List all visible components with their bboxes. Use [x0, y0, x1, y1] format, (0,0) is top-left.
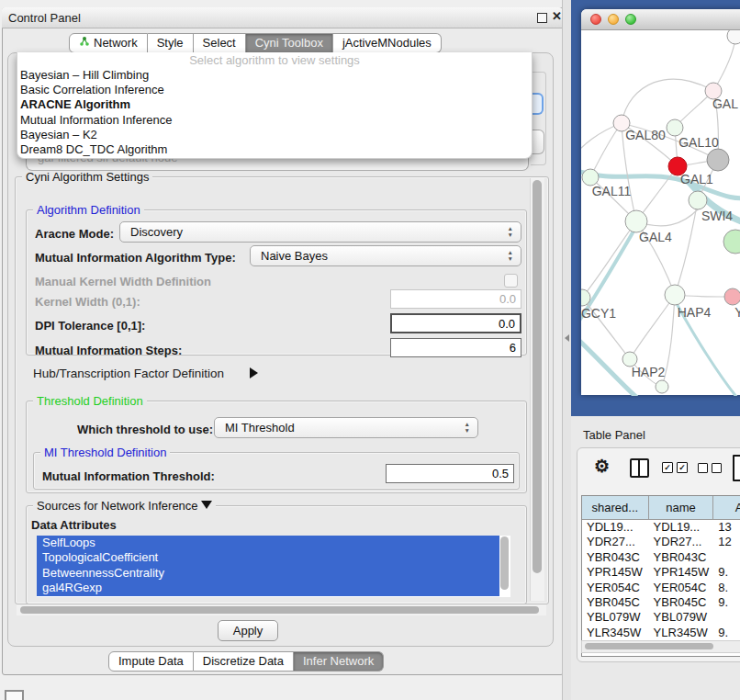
settings-horizontal-scrollbar[interactable]	[17, 604, 546, 615]
zoom-window-icon[interactable]	[625, 14, 636, 25]
tab-jactivemnodules[interactable]: jActiveMNodules	[333, 33, 442, 53]
node-label-gal10: GAL10	[678, 135, 719, 150]
tab-impute-data[interactable]: Impute Data	[108, 651, 194, 672]
apply-button[interactable]: Apply	[218, 620, 278, 641]
combo-fragment	[531, 130, 544, 154]
tab-network[interactable]: Network	[69, 33, 148, 53]
gear-icon[interactable]: ⚙	[594, 456, 610, 477]
algorithm-option-bayesian-hill-climbing[interactable]: Bayesian – Hill Climbing	[17, 68, 532, 83]
mi-algorithm-type-value: Naive Bayes	[261, 249, 328, 263]
tab-label: Style	[157, 34, 184, 52]
sources-title-text: Sources for Network Inference	[37, 499, 198, 513]
network-node[interactable]	[707, 149, 729, 171]
hub-section-label: Hub/Transcription Factor Definition	[33, 367, 224, 380]
node-table[interactable]: shared...nameA YDL19...YDL19...13YDR27..…	[581, 495, 740, 657]
kernel-width-value: 0.0	[499, 292, 516, 306]
data-attributes-list[interactable]: SelfLoopsTopologicalCoefficientBetweenne…	[37, 536, 510, 597]
network-node-swi4[interactable]	[689, 191, 707, 209]
table-row[interactable]: YDL19...YDL19...13	[582, 520, 740, 535]
divider-collapse-icon[interactable]	[565, 334, 569, 342]
columns-icon[interactable]	[630, 458, 649, 478]
network-window-titlebar[interactable]	[581, 9, 740, 30]
tab-discretize-data[interactable]: Discretize Data	[194, 651, 294, 672]
table-row[interactable]: YBR043CYBR043C	[582, 550, 740, 565]
checked-checkbox-icon[interactable]: ✓	[662, 462, 673, 473]
docked-panel-icon[interactable]	[5, 690, 24, 700]
float-panel-icon[interactable]	[537, 13, 547, 23]
attributes-scrollbar-thumb[interactable]	[500, 536, 509, 590]
attribute-item-selfloops[interactable]: SelfLoops	[37, 536, 499, 550]
expand-arrow-icon[interactable]	[250, 367, 258, 380]
mi-steps-field[interactable]: 6	[390, 338, 521, 357]
collapse-arrow-icon[interactable]	[201, 501, 212, 509]
table-cell: 9.	[713, 565, 740, 580]
mi-algorithm-type-combo[interactable]: Naive Bayes ▲▼	[250, 245, 521, 266]
table-cell: 9.	[713, 595, 740, 610]
mi-threshold-group-title: MI Threshold Definition	[40, 446, 170, 459]
network-combo-fragment[interactable]: gal-filtered sif default node	[26, 158, 529, 171]
manual-kernel-checkbox[interactable]	[504, 274, 518, 288]
table-cell: YBL079W	[582, 610, 649, 625]
algorithm-option-dream8-dc-tdc-algorithm[interactable]: Dream8 DC_TDC Algorithm	[17, 142, 532, 157]
attribute-item-betweennesscentrality[interactable]: BetweennessCentrality	[37, 566, 499, 581]
dpi-tolerance-label: DPI Tolerance [0,1]:	[35, 319, 145, 333]
network-node-gal10[interactable]	[667, 119, 683, 136]
checked-checkbox-icon[interactable]: ✓	[677, 462, 688, 473]
table-panel-area: Table Panel ⚙ ✓ ✓ shared...nameA YDL19..…	[571, 416, 740, 700]
table-row[interactable]: YPR145WYPR145W9.	[582, 565, 740, 580]
algorithm-dropdown: Select algorithm to view settings Bayesi…	[17, 52, 533, 159]
aracne-mode-combo[interactable]: Discovery ▲▼	[119, 221, 521, 243]
table-panel-title: Table Panel	[583, 428, 645, 442]
dpi-tolerance-field[interactable]: 0.0	[390, 313, 521, 333]
network-node[interactable]	[723, 230, 740, 254]
tab-infer-network[interactable]: Infer Network	[294, 651, 384, 672]
network-window[interactable]: GALGAL80GAL10GAL1GAL11SWI4GAL4GCY1HAP4YH…	[581, 9, 740, 395]
algorithm-option-bayesian-k2[interactable]: Bayesian – K2	[17, 128, 532, 142]
minimize-window-icon[interactable]	[608, 14, 619, 25]
table-cell: YPR145W	[649, 565, 714, 580]
settings-vertical-scrollbar-thumb[interactable]	[533, 180, 542, 573]
algorithm-option-mutual-information-inference[interactable]: Mutual Information Inference	[17, 113, 532, 128]
tab-select[interactable]: Select	[194, 33, 246, 53]
kernel-width-field[interactable]: 0.0	[390, 289, 521, 309]
close-panel-icon[interactable]: ✕	[552, 9, 562, 23]
document-icon[interactable]	[733, 455, 740, 481]
focused-combo-fragment	[531, 93, 544, 115]
tab-label: Impute Data	[118, 652, 184, 671]
attribute-item-gal4rgexp[interactable]: gal4RGexp	[37, 581, 499, 595]
settings-vertical-scrollbar[interactable]	[530, 178, 544, 601]
settings-horizontal-scrollbar-thumb[interactable]	[20, 606, 539, 614]
mi-threshold-field[interactable]: 0.5	[386, 464, 514, 483]
unchecked-checkbox-icon[interactable]	[698, 463, 708, 473]
table-row[interactable]: YLR345WYLR345W9.	[582, 626, 740, 640]
network-node-hap4[interactable]	[665, 285, 685, 305]
attribute-item-topologicalcoefficient[interactable]: TopologicalCoefficient	[37, 550, 499, 565]
aracne-mode-label: Aracne Mode:	[35, 227, 114, 241]
spinner-arrows-icon: ▲▼	[465, 421, 470, 434]
which-threshold-combo[interactable]: MI Threshold ▲▼	[214, 417, 478, 438]
table-cell: YBR043C	[582, 550, 649, 565]
column-header-a[interactable]: A	[713, 496, 740, 519]
table-row[interactable]: YBR045CYBR045C9.	[582, 595, 740, 610]
table-cell	[713, 550, 740, 565]
unchecked-checkbox-icon[interactable]	[712, 463, 722, 473]
network-node-y[interactable]	[724, 288, 740, 305]
table-horizontal-scrollbar-thumb[interactable]	[585, 643, 713, 649]
table-horizontal-scrollbar[interactable]	[581, 640, 740, 653]
network-node[interactable]	[656, 380, 668, 393]
algorithm-option-basic-correlation-inference[interactable]: Basic Correlation Inference	[17, 83, 532, 97]
table-row[interactable]: YDR27...YDR27...12	[582, 535, 740, 549]
close-window-icon[interactable]	[590, 14, 601, 25]
column-header-shared[interactable]: shared...	[582, 496, 649, 519]
table-cell: YER054C	[582, 581, 649, 595]
network-graph: GALGAL80GAL10GAL1GAL11SWI4GAL4GCY1HAP4YH…	[581, 30, 740, 396]
tab-style[interactable]: Style	[148, 33, 194, 53]
tab-cyni-toolbox[interactable]: Cyni Toolbox	[246, 33, 333, 53]
algorithm-option-aracne-algorithm[interactable]: ARACNE Algorithm	[17, 97, 532, 112]
table-row[interactable]: YBL079WYBL079W	[582, 610, 740, 625]
column-header-name[interactable]: name	[649, 496, 714, 519]
network-node[interactable]	[727, 30, 740, 44]
network-canvas[interactable]: GALGAL80GAL10GAL1GAL11SWI4GAL4GCY1HAP4YH…	[581, 30, 740, 396]
table-row[interactable]: YER054CYER054C8.	[582, 581, 740, 595]
bottom-tab-row: Impute DataDiscretize DataInfer Network	[108, 651, 384, 672]
